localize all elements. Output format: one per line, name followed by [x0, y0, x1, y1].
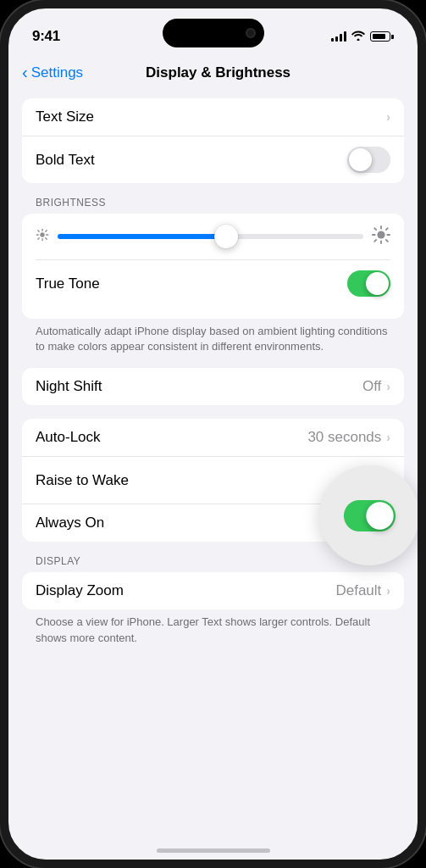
dynamic-island — [163, 19, 264, 47]
phone-frame: 9:41 ‹ — [0, 0, 426, 868]
bold-text-row[interactable]: Bold Text — [22, 136, 404, 183]
display-zoom-label: Display Zoom — [36, 582, 335, 599]
true-tone-label: True Tone — [36, 275, 347, 292]
brightness-thumb[interactable] — [214, 225, 238, 248]
display-zoom-chevron-icon: › — [386, 584, 390, 598]
status-bar: 9:41 — [8, 8, 418, 54]
text-size-row[interactable]: Text Size › — [22, 98, 404, 136]
auto-lock-chevron-icon: › — [386, 431, 390, 444]
display-zoom-row[interactable]: Display Zoom Default › — [22, 572, 404, 609]
night-shift-section: Night Shift Off › — [22, 368, 404, 405]
nav-bar: ‹ Settings Display & Brightness — [8, 54, 418, 92]
brightness-min-icon — [36, 228, 49, 245]
auto-lock-row[interactable]: Auto-Lock 30 seconds › — [22, 419, 404, 456]
brightness-header: BRIGHTNESS — [22, 197, 404, 214]
auto-lock-label: Auto-Lock — [36, 429, 307, 446]
back-chevron-icon: ‹ — [22, 64, 28, 81]
svg-line-14 — [374, 228, 376, 230]
display-zoom-footer: Choose a view for iPhone. Larger Text sh… — [22, 609, 404, 645]
svg-point-9 — [377, 231, 385, 238]
chevron-right-icon: › — [386, 110, 390, 124]
svg-line-6 — [46, 238, 47, 239]
auto-lock-value: 30 seconds — [307, 429, 381, 446]
toggle-thumb — [366, 272, 389, 295]
night-shift-row[interactable]: Night Shift Off › — [22, 368, 404, 405]
text-settings-section: Text Size › Bold Text — [22, 98, 404, 183]
bold-text-toggle[interactable] — [347, 147, 390, 173]
toggle-thumb — [349, 148, 372, 171]
status-time: 9:41 — [32, 28, 60, 45]
svg-line-16 — [374, 240, 376, 242]
home-indicator — [157, 849, 270, 853]
settings-content: Text Size › Bold Text BRIGHTNESS — [8, 92, 418, 831]
brightness-fill — [58, 234, 226, 239]
svg-line-17 — [386, 228, 388, 230]
night-shift-card: Night Shift Off › — [22, 368, 404, 405]
brightness-card: True Tone — [22, 214, 404, 319]
bold-text-label: Bold Text — [36, 152, 347, 169]
svg-line-7 — [38, 238, 39, 239]
true-tone-toggle[interactable] — [347, 270, 390, 297]
true-tone-row[interactable]: True Tone — [36, 259, 390, 307]
brightness-track — [58, 234, 363, 239]
night-shift-chevron-icon: › — [386, 380, 390, 393]
svg-point-0 — [40, 232, 44, 236]
zoom-circle — [319, 465, 418, 565]
svg-line-15 — [386, 240, 388, 242]
brightness-slider-row — [36, 225, 390, 248]
brightness-max-icon — [372, 225, 390, 248]
brightness-slider[interactable] — [58, 234, 363, 239]
night-shift-label: Night Shift — [36, 378, 362, 395]
status-icons — [331, 31, 394, 43]
wifi-icon — [351, 31, 365, 43]
display-zoom-value: Default — [335, 582, 381, 599]
always-on-toggle[interactable] — [343, 500, 395, 531]
lock-section: Auto-Lock 30 seconds › Raise to Wake Alw… — [22, 419, 404, 542]
text-size-label: Text Size — [36, 108, 386, 125]
svg-line-8 — [46, 231, 47, 231]
night-shift-value: Off — [362, 378, 381, 395]
display-card: Display Zoom Default › — [22, 572, 404, 609]
toggle-thumb — [366, 502, 393, 529]
text-settings-card: Text Size › Bold Text — [22, 98, 404, 183]
battery-icon — [370, 31, 394, 42]
camera-dot — [246, 28, 256, 38]
brightness-section: BRIGHTNESS — [22, 197, 404, 354]
raise-to-wake-label: Raise to Wake — [36, 472, 347, 489]
signal-bars-icon — [331, 31, 346, 42]
page-title: Display & Brightness — [32, 64, 404, 81]
always-on-row[interactable]: Always On — [22, 504, 404, 542]
true-tone-footer: Automatically adapt iPhone display based… — [22, 319, 404, 354]
lock-card: Auto-Lock 30 seconds › Raise to Wake Alw… — [22, 419, 404, 542]
svg-line-5 — [38, 231, 39, 231]
display-section: DISPLAY Display Zoom Default › Choose a … — [22, 555, 404, 645]
